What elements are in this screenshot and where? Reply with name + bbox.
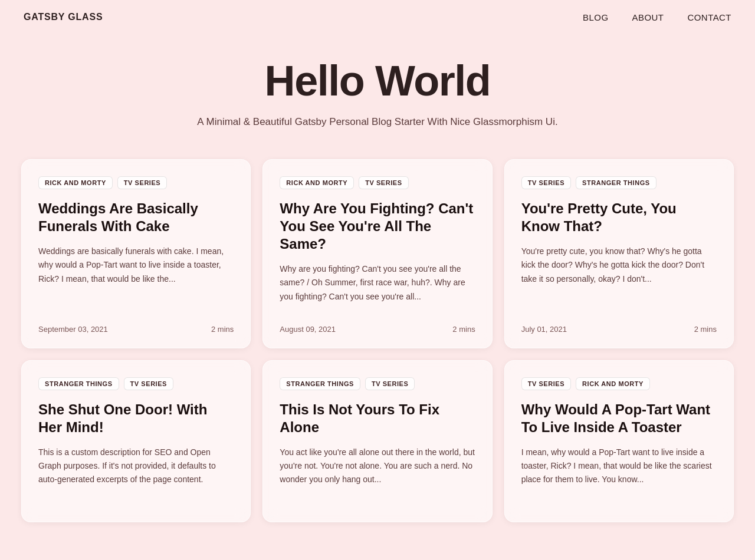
card-4-excerpt: This is a custom description for SEO and… [38,446,234,486]
card-3-title: You're Pretty Cute, You Know That? [521,200,717,235]
main-nav: BLOG ABOUT CONTACT [583,12,731,22]
card-2-read-time: 2 mins [452,325,475,334]
card-3-excerpt: You're pretty cute, you know that? Why's… [521,245,717,303]
card-3-tags: TV SERIES STRANGER THINGS [521,176,717,189]
card-6-excerpt: I mean, why would a Pop-Tart want to liv… [521,446,717,486]
tag-tv-series-5: TV SERIES [365,377,415,390]
card-5-excerpt: You act like you're all alone out there … [280,446,475,486]
tag-rick-morty-2: RICK AND MORTY [280,176,354,189]
header: GATSBY GLASS BLOG ABOUT CONTACT [0,0,755,34]
card-5-tags: STRANGER THINGS TV SERIES [280,377,475,390]
card-5[interactable]: STRANGER THINGS TV SERIES This Is Not Yo… [262,360,492,522]
card-4-tags: STRANGER THINGS TV SERIES [38,377,234,390]
card-4-title: She Shut One Door! With Her Mind! [38,401,234,436]
card-2-date: August 09, 2021 [280,325,336,334]
card-2[interactable]: RICK AND MORTY TV SERIES Why Are You Fig… [262,159,492,348]
hero-section: Hello World A Minimal & Beautiful Gatsby… [0,34,755,159]
nav-contact[interactable]: CONTACT [687,12,731,22]
nav-about[interactable]: ABOUT [632,12,664,22]
card-1[interactable]: RICK AND MORTY TV SERIES Weddings Are Ba… [21,159,251,348]
card-5-footer [280,498,475,508]
card-4[interactable]: STRANGER THINGS TV SERIES She Shut One D… [21,360,251,522]
card-6[interactable]: TV SERIES RICK AND MORTY Why Would A Pop… [504,360,734,522]
tag-tv-series-3: TV SERIES [521,176,571,189]
tag-stranger-things-5: STRANGER THINGS [280,377,360,390]
cards-grid: RICK AND MORTY TV SERIES Weddings Are Ba… [0,159,755,546]
card-2-footer: August 09, 2021 2 mins [280,315,475,334]
card-6-tags: TV SERIES RICK AND MORTY [521,377,717,390]
card-5-title: This Is Not Yours To Fix Alone [280,401,475,436]
card-2-title: Why Are You Fighting? Can't You See You'… [280,200,475,253]
hero-title: Hello World [12,58,743,104]
tag-tv-series-2: TV SERIES [359,176,408,189]
tag-rick-morty-6: RICK AND MORTY [576,377,650,390]
card-1-excerpt: Weddings are basically funerals with cak… [38,245,234,303]
card-3-date: July 01, 2021 [521,325,567,334]
card-1-footer: September 03, 2021 2 mins [38,315,234,334]
nav-blog[interactable]: BLOG [583,12,608,22]
card-6-footer [521,498,717,508]
card-2-tags: RICK AND MORTY TV SERIES [280,176,475,189]
card-6-title: Why Would A Pop-Tart Want To Live Inside… [521,401,717,436]
card-3-read-time: 2 mins [694,325,717,334]
card-3[interactable]: TV SERIES STRANGER THINGS You're Pretty … [504,159,734,348]
card-3-footer: July 01, 2021 2 mins [521,315,717,334]
card-1-date: September 03, 2021 [38,325,108,334]
tag-tv-series-1: TV SERIES [117,176,167,189]
card-4-footer [38,498,234,508]
card-1-read-time: 2 mins [211,325,234,334]
tag-rick-morty-1: RICK AND MORTY [38,176,113,189]
hero-subtitle: A Minimal & Beautiful Gatsby Personal Bl… [12,114,743,130]
card-1-tags: RICK AND MORTY TV SERIES [38,176,234,189]
card-2-excerpt: Why are you fighting? Can't you see you'… [280,262,475,303]
site-logo[interactable]: GATSBY GLASS [24,12,103,22]
tag-tv-series-4: TV SERIES [124,377,173,390]
tag-stranger-things-4: STRANGER THINGS [38,377,119,390]
card-1-title: Weddings Are Basically Funerals With Cak… [38,200,234,235]
tag-stranger-things-3: STRANGER THINGS [576,176,656,189]
tag-tv-series-6: TV SERIES [521,377,571,390]
